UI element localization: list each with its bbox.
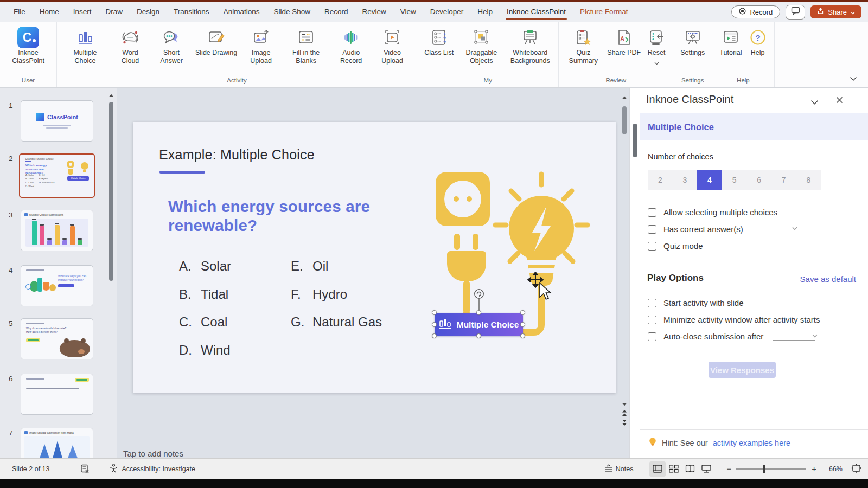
- normal-view-button[interactable]: [649, 461, 666, 477]
- panel-scrollbar-thumb[interactable]: [633, 124, 637, 157]
- menu-item-home[interactable]: Home: [33, 3, 66, 21]
- multiple-choice-activity-button[interactable]: Multiple Choice: [435, 313, 523, 336]
- accessibility-status[interactable]: Accessibility: Investigate: [109, 464, 195, 474]
- choice-count-4[interactable]: 4: [697, 170, 722, 190]
- canvas-scrollbar[interactable]: [621, 90, 628, 458]
- slide-title[interactable]: Example: Multiple Choice: [159, 147, 315, 163]
- ribbon-button-word-cloud[interactable]: Word Cloud: [110, 24, 150, 67]
- notes-divider[interactable]: [117, 445, 629, 445]
- dropdown-auto-close-submission-after[interactable]: [773, 333, 815, 341]
- slide-thumbnail-1[interactable]: ClassPoint: [21, 100, 93, 142]
- choice-count-2[interactable]: 2: [648, 170, 673, 190]
- panel-collapse-icon[interactable]: [810, 97, 819, 107]
- share-button[interactable]: Share: [810, 5, 861, 18]
- checkbox-has-correct-answer-s[interactable]: [648, 225, 656, 234]
- menu-item-developer[interactable]: Developer: [423, 3, 471, 21]
- checkbox-minimize-activity-window-after-activity-starts[interactable]: [648, 316, 656, 324]
- menu-item-transitions[interactable]: Transitions: [167, 3, 216, 21]
- checkbox-start-activity-with-slide[interactable]: [648, 299, 656, 307]
- thumbnail-scrollbar-thumb[interactable]: [109, 102, 113, 281]
- slide-thumbnail-2[interactable]: Example: Multiple ChoiceWhich energy sou…: [19, 153, 95, 198]
- canvas-scrollbar-thumb[interactable]: [622, 106, 627, 134]
- slide-indicator[interactable]: Slide 2 of 13: [12, 465, 50, 473]
- selection-handle-s[interactable]: [476, 333, 481, 338]
- menu-item-animations[interactable]: Animations: [216, 3, 267, 21]
- save-as-default-link[interactable]: Save as default: [800, 274, 856, 284]
- next-slide-icon[interactable]: [621, 419, 628, 428]
- ribbon-button-draggable-objects[interactable]: Draggable Objects: [457, 24, 505, 67]
- zoom-level[interactable]: 66%: [824, 465, 843, 473]
- reading-view-button[interactable]: [682, 461, 698, 477]
- activity-button-selection[interactable]: Multiple Choice: [435, 313, 523, 336]
- scroll-down-icon[interactable]: [621, 399, 628, 409]
- activity-examples-link[interactable]: activity examples here: [713, 439, 790, 447]
- choice-count-6[interactable]: 6: [746, 170, 771, 190]
- menu-item-record[interactable]: Record: [317, 3, 355, 21]
- selection-handle-nw[interactable]: [432, 310, 437, 315]
- ribbon-button-share-pdf[interactable]: AShare PDF: [604, 24, 643, 59]
- menu-item-picture-format[interactable]: Picture Format: [573, 3, 635, 21]
- view-responses-button[interactable]: View Responses: [709, 362, 776, 378]
- selection-handle-se[interactable]: [520, 333, 525, 338]
- slide-sorter-view-button[interactable]: [666, 461, 682, 477]
- menu-item-help[interactable]: Help: [470, 3, 500, 21]
- slide-thumbnail-3[interactable]: Multiple Choice submissions: [21, 210, 93, 251]
- panel-close-icon[interactable]: [836, 96, 843, 106]
- menu-item-slide-show[interactable]: Slide Show: [266, 3, 317, 21]
- spellcheck-icon[interactable]: [80, 464, 90, 473]
- zoom-out-button[interactable]: −: [726, 464, 731, 473]
- menu-item-file[interactable]: File: [7, 3, 33, 21]
- selection-handle-e[interactable]: [520, 322, 525, 327]
- choice-count-7[interactable]: 7: [771, 170, 796, 190]
- menu-item-view[interactable]: View: [393, 3, 423, 21]
- selection-handle-w[interactable]: [432, 322, 437, 327]
- slide-editing-surface[interactable]: Example: Multiple Choice Which energy so…: [133, 122, 616, 393]
- ribbon-button-tutorial[interactable]: Tutorial: [717, 24, 744, 59]
- dropdown-has-correct-answer-s[interactable]: [753, 226, 795, 233]
- ribbon-button-short-answer[interactable]: Short Answer: [151, 24, 192, 67]
- ribbon-button-video-upload[interactable]: Video Upload: [372, 24, 412, 67]
- notes-toggle[interactable]: Notes: [604, 464, 634, 473]
- thumbnail-scrollbar[interactable]: [108, 89, 115, 458]
- selection-handle-n[interactable]: [476, 310, 481, 315]
- ribbon-button-class-list[interactable]: ★★★Class List: [422, 24, 456, 59]
- menu-item-review[interactable]: Review: [355, 3, 393, 21]
- zoom-slider-thumb[interactable]: [763, 465, 765, 473]
- scroll-up-icon[interactable]: [621, 92, 628, 102]
- chevron-down-icon[interactable]: [654, 57, 659, 67]
- ribbon-button-whiteboard-backgrounds[interactable]: Whiteboard Backgrounds: [506, 24, 554, 67]
- slide-thumbnail-6[interactable]: [21, 374, 93, 415]
- ribbon-button-audio-record[interactable]: Audio Record: [331, 24, 371, 67]
- previous-slide-icon[interactable]: [621, 409, 628, 419]
- ribbon-button-multiple-choice[interactable]: Multiple Choice: [61, 24, 109, 67]
- choice-count-5[interactable]: 5: [722, 170, 747, 190]
- slide-thumbnail-4[interactable]: What are ways you can improve your healt…: [21, 265, 93, 306]
- ribbon-collapse-icon[interactable]: [850, 74, 857, 84]
- checkbox-allow-selecting-multiple-choices[interactable]: [648, 208, 656, 217]
- ribbon-button-settings[interactable]: Settings: [678, 24, 707, 59]
- choice-count-3[interactable]: 3: [673, 170, 698, 190]
- checkbox-auto-close-submission-after[interactable]: [648, 332, 656, 341]
- ribbon-button-image-upload[interactable]: Image Upload: [241, 24, 281, 67]
- choice-count-8[interactable]: 8: [796, 170, 821, 190]
- record-button[interactable]: Record: [731, 5, 780, 18]
- selection-handle-sw[interactable]: [432, 333, 437, 338]
- ribbon-button-slide-drawing[interactable]: Slide Drawing: [193, 24, 240, 59]
- menu-item-design[interactable]: Design: [130, 3, 167, 21]
- slide-thumbnail-5[interactable]: Why do some animals hibernate? How does …: [21, 318, 93, 359]
- slide-question[interactable]: Which energy sources are renewable?: [168, 197, 423, 235]
- ribbon-button-fill-in-the-blanks[interactable]: Fill in the Blanks: [282, 24, 330, 67]
- fit-to-window-icon[interactable]: [851, 464, 861, 474]
- slideshow-view-button[interactable]: [698, 461, 714, 477]
- selection-handle-ne[interactable]: [520, 310, 525, 315]
- thumbnail-scroll-up-icon[interactable]: [108, 90, 114, 100]
- ribbon-button-reset[interactable]: Reset: [644, 24, 668, 69]
- slide-thumbnail-7[interactable]: Image upload submission from Malta: [21, 428, 93, 458]
- zoom-slider[interactable]: [736, 468, 806, 470]
- ribbon-button-help[interactable]: ?Help: [746, 24, 770, 59]
- menu-item-insert[interactable]: Insert: [66, 3, 99, 21]
- ribbon-button-quiz-summary[interactable]: Quiz Summary: [563, 24, 603, 67]
- comments-button[interactable]: [786, 5, 805, 20]
- menu-item-draw[interactable]: Draw: [99, 3, 130, 21]
- menu-item-inknoe-classpoint[interactable]: Inknoe ClassPoint: [500, 3, 573, 21]
